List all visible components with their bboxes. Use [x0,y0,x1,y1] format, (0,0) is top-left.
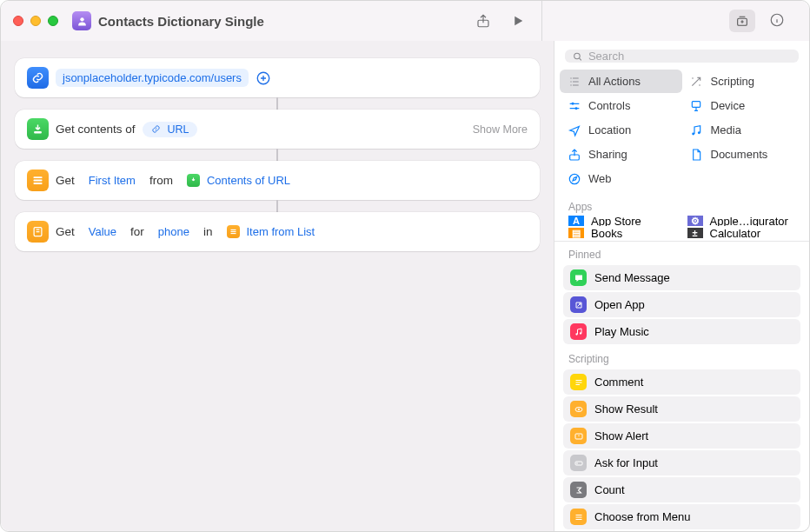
run-icon[interactable] [510,13,526,29]
open-icon [570,296,587,313]
app-icon: ± [687,228,703,238]
link-icon [150,123,162,135]
actions-sidebar: All ActionsScriptingControlsDeviceLocati… [554,41,809,531]
svg-rect-12 [230,233,236,234]
svg-point-14 [692,77,694,79]
msg-icon [570,269,587,286]
variable-value[interactable]: Value [82,223,123,241]
action-item[interactable]: Send Message [563,265,800,290]
list-icon [27,170,49,191]
category-all[interactable]: All Actions [560,70,682,93]
word-get: Get [56,174,75,187]
close-window-button[interactable] [13,16,23,26]
svg-point-20 [698,131,700,134]
share-icon [567,147,581,162]
category-media[interactable]: Media [682,118,805,142]
app-item[interactable]: AApp Store [563,216,682,226]
action-item[interactable]: Comment [563,369,800,395]
info-icon[interactable] [769,12,785,30]
slider-icon [567,98,581,113]
zoom-window-button[interactable] [48,16,58,26]
action-item[interactable]: Show Result [563,396,800,422]
url-action-block[interactable]: jsonplaceholder.typicode.com/users [15,58,540,97]
app-item[interactable]: ±Calculator [682,228,801,238]
music-icon [570,323,587,340]
menu-icon [570,509,587,525]
app-icon: ▤ [568,228,584,238]
link-icon [27,67,49,89]
action-label: Get contents of [56,123,136,136]
minimize-window-button[interactable] [30,16,41,26]
alert-icon [570,428,587,444]
doc-icon [689,147,704,162]
app-item[interactable]: ▤Books [563,228,682,238]
variable-url[interactable]: URL [143,122,197,137]
svg-point-19 [692,132,694,135]
word-get: Get [56,225,75,238]
dictionary-icon [27,221,49,243]
svg-point-13 [574,53,580,58]
app-icon: ⚙ [687,216,703,226]
device-icon [689,98,704,113]
category-controls[interactable]: Controls [560,94,682,117]
search-field[interactable] [565,50,799,63]
window-title: Contacts Dictionary Single [98,14,475,29]
svg-point-0 [80,17,83,21]
section-header-scripting: Scripting [554,346,809,368]
nav-icon [567,123,581,137]
category-web[interactable]: Web [560,167,682,190]
download-icon [187,174,200,187]
category-location[interactable]: Location [560,118,682,142]
variable-contents-of-url[interactable]: Contents of URL [180,171,297,190]
category-sharing[interactable]: Sharing [560,143,682,166]
show-more-button[interactable]: Show More [473,123,528,136]
svg-point-16 [571,102,574,104]
category-device[interactable]: Device [682,94,805,117]
search-icon [572,50,583,63]
url-field[interactable]: jsonplaceholder.typicode.com/users [56,69,249,87]
titlebar: Contacts Dictionary Single [1,1,809,41]
wand-icon [689,74,704,89]
library-toggle-icon[interactable] [729,10,755,32]
app-item[interactable]: ⚙Apple…igurator [682,216,801,226]
category-documents[interactable]: Documents [682,143,805,166]
download-icon [27,118,49,140]
svg-rect-6 [34,176,43,178]
connector-line [276,149,278,161]
word-for: for [130,225,144,238]
eye-icon [570,401,587,417]
variable-first-item[interactable]: First Item [82,171,143,190]
action-item[interactable]: Ask for Input [563,450,800,475]
action-item[interactable]: Show Alert [563,423,800,449]
action-item[interactable]: Open App [563,292,800,317]
section-header-apps: Apps [554,194,809,216]
category-scripting[interactable]: Scripting [682,70,805,93]
svg-point-17 [574,107,577,110]
pinned-list: Send MessageOpen AppPlay Music [554,263,809,346]
get-contents-action-block[interactable]: Get contents of URL Show More [15,110,540,149]
window-controls [13,16,58,26]
svg-point-24 [579,332,581,334]
search-input[interactable] [588,50,792,63]
lines-icon [570,374,587,390]
action-item[interactable]: Choose from Menu [563,504,800,529]
workflow-canvas[interactable]: jsonplaceholder.typicode.com/users Get c… [1,41,554,531]
key-phone[interactable]: phone [151,223,196,241]
svg-rect-7 [34,180,43,182]
svg-point-23 [575,333,577,335]
action-item[interactable]: Play Music [563,319,800,344]
svg-rect-28 [575,462,582,465]
sigma-icon [570,482,587,498]
action-item[interactable]: Count [563,477,800,502]
share-icon[interactable] [475,13,491,29]
svg-rect-11 [230,231,236,232]
app-icon: A [568,216,584,226]
list-icon [227,225,240,238]
variable-item-from-list[interactable]: Item from List [220,223,322,241]
add-url-icon[interactable] [256,70,271,86]
shortcut-app-icon [72,11,91,30]
get-item-action-block[interactable]: Get First Item from Contents of URL [15,161,540,200]
get-dictionary-value-action-block[interactable]: Get Value for phone in Item from List [15,212,540,251]
svg-rect-5 [34,131,42,134]
connector-line [276,200,278,212]
